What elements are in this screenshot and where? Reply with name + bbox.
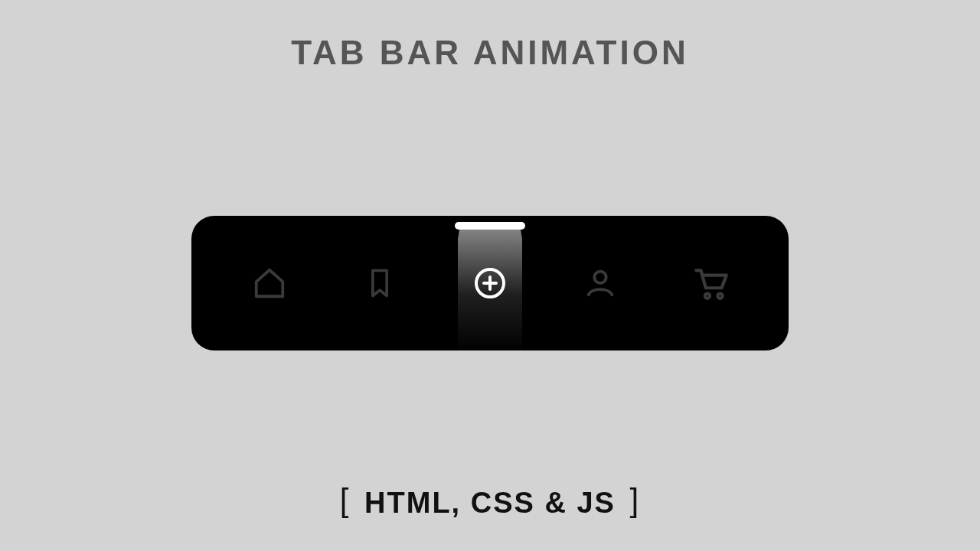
bracket-open: [ (335, 482, 355, 518)
tab-bookmark[interactable] (334, 216, 426, 350)
cart-icon (691, 264, 730, 302)
svg-point-5 (717, 294, 722, 298)
page-subtitle: [ HTML, CSS & JS ] (0, 484, 980, 520)
subtitle-text: HTML, CSS & JS (355, 487, 626, 519)
tab-profile[interactable] (554, 216, 646, 350)
tab-bar (191, 216, 789, 350)
tab-add[interactable] (444, 216, 536, 350)
plus-circle-icon (472, 265, 508, 302)
bookmark-icon (363, 266, 397, 300)
svg-point-4 (705, 294, 710, 298)
svg-point-3 (594, 272, 606, 283)
home-icon (252, 266, 287, 301)
tab-cart[interactable] (665, 216, 756, 350)
bracket-close: ] (625, 482, 645, 518)
page-title: TAB BAR ANIMATION (0, 34, 980, 72)
user-icon (583, 266, 618, 301)
tab-home[interactable] (224, 216, 315, 350)
